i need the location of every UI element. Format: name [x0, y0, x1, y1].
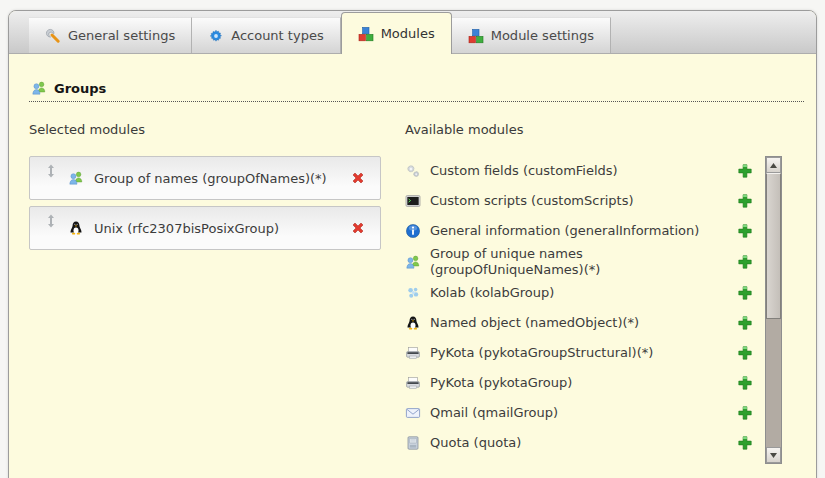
- available-module-custom-fields-customfields: Custom fields (customFields): [405, 156, 721, 186]
- module-label: Qmail (qmailGroup): [430, 405, 558, 421]
- tab-label: Modules: [381, 26, 435, 41]
- tab-label: General settings: [68, 28, 175, 43]
- add-module-button[interactable]: [737, 345, 753, 361]
- selected-modules-list: Group of names (groupOfNames)(*) Unix (r…: [29, 156, 381, 250]
- group-icon: [68, 170, 84, 186]
- kolab-icon: [405, 285, 421, 301]
- terminal-icon: [405, 193, 421, 209]
- scrollbar[interactable]: [765, 156, 782, 464]
- add-module-button[interactable]: [737, 405, 753, 421]
- tab-bar: General settings Account types Modules M…: [9, 11, 816, 54]
- available-module-named-object-namedobject: Named object (namedObject)(*): [405, 308, 721, 338]
- available-module-kolab-kolabgroup: Kolab (kolabGroup): [405, 278, 721, 308]
- tab-label: Account types: [231, 28, 323, 43]
- scroll-thumb[interactable]: [766, 173, 781, 319]
- remove-module-button[interactable]: [350, 170, 366, 186]
- add-module-button[interactable]: [737, 435, 753, 451]
- add-module-button[interactable]: [737, 285, 753, 301]
- section-header: Groups: [29, 80, 804, 102]
- module-label: Group of unique names (groupOfUniqueName…: [430, 246, 721, 278]
- available-modules-label: Available modules: [405, 122, 791, 139]
- group-icon: [405, 254, 421, 270]
- available-module-general-information-generalinformation: General information (generalInformation): [405, 216, 721, 246]
- add-module-button[interactable]: [737, 193, 753, 209]
- available-module-pykota-pykotagroup: PyKota (pykotaGroup): [405, 368, 721, 398]
- add-module-button[interactable]: [737, 315, 753, 331]
- module-label: Quota (quota): [430, 435, 521, 451]
- tab-label: Module settings: [491, 28, 594, 43]
- tab-module-settings[interactable]: Module settings: [452, 17, 611, 53]
- mail-icon: [405, 405, 421, 421]
- scroll-down-button[interactable]: [766, 447, 781, 463]
- tab-modules[interactable]: Modules: [341, 12, 452, 54]
- available-module-quota-quota: Quota (quota): [405, 428, 721, 458]
- add-module-button[interactable]: [737, 254, 753, 270]
- selected-module-unix-rfc2307bisposixgroup: Unix (rfc2307bisPosixGroup): [29, 206, 381, 250]
- section-title: Groups: [54, 81, 106, 96]
- module-label: PyKota (pykotaGroup): [430, 375, 572, 391]
- modules-content: Groups Selected modules Group of names (…: [9, 54, 816, 458]
- printer-icon: [405, 375, 421, 391]
- config-panel: General settings Account types Modules M…: [8, 10, 817, 478]
- module-label: Unix (rfc2307bisPosixGroup): [94, 221, 279, 236]
- remove-module-button[interactable]: [350, 220, 366, 236]
- modules-icon: [468, 28, 484, 44]
- disk-icon: [405, 435, 421, 451]
- module-label: Named object (namedObject)(*): [430, 315, 639, 331]
- available-module-pykota-pykotagroupstructural: PyKota (pykotaGroupStructural)(*): [405, 338, 721, 368]
- module-label: PyKota (pykotaGroupStructural)(*): [430, 345, 653, 361]
- selected-modules-label: Selected modules: [29, 122, 381, 139]
- available-module-qmail-qmailgroup: Qmail (qmailGroup): [405, 398, 721, 428]
- tab-account-types[interactable]: Account types: [192, 17, 340, 53]
- module-label: Custom scripts (customScripts): [430, 193, 634, 209]
- printer-icon: [405, 345, 421, 361]
- gears-icon: [405, 163, 421, 179]
- tab-general-settings[interactable]: General settings: [29, 17, 192, 53]
- scroll-up-button[interactable]: [766, 157, 781, 173]
- module-label: Custom fields (customFields): [430, 163, 618, 179]
- available-module-group-of-unique-names-groupofuniquenames: Group of unique names (groupOfUniqueName…: [405, 246, 721, 278]
- tux-icon: [405, 315, 421, 331]
- group-icon: [31, 80, 47, 96]
- scroll-track[interactable]: [766, 319, 781, 447]
- tux-icon: [68, 220, 84, 236]
- drag-handle[interactable]: [46, 214, 56, 228]
- add-module-button[interactable]: [737, 223, 753, 239]
- modules-icon: [358, 26, 374, 42]
- drag-handle[interactable]: [46, 164, 56, 178]
- gear-icon: [208, 28, 224, 44]
- available-modules-list: Custom fields (customFields) Custom scri…: [405, 156, 791, 458]
- add-module-button[interactable]: [737, 163, 753, 179]
- module-label: Kolab (kolabGroup): [430, 285, 554, 301]
- module-label: General information (generalInformation): [430, 223, 699, 239]
- selected-module-group-of-names-groupofnames: Group of names (groupOfNames)(*): [29, 156, 381, 200]
- add-module-button[interactable]: [737, 375, 753, 391]
- available-module-custom-scripts-customscripts: Custom scripts (customScripts): [405, 186, 721, 216]
- wrench-icon: [45, 28, 61, 44]
- info-icon: [405, 223, 421, 239]
- module-label: Group of names (groupOfNames)(*): [94, 171, 327, 186]
